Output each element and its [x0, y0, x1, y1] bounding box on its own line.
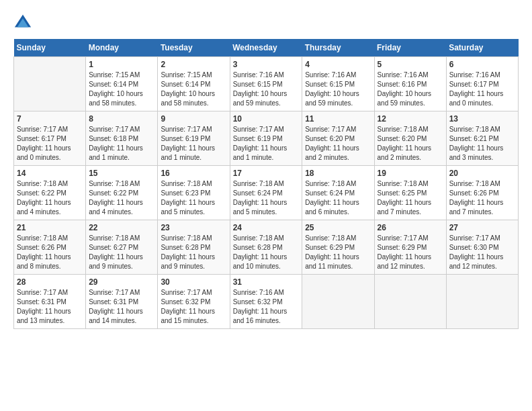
day-info: Sunrise: 7:18 AMSunset: 6:28 PMDaylight:… [233, 234, 300, 271]
day-info: Sunrise: 7:18 AMSunset: 6:29 PMDaylight:… [305, 234, 371, 271]
calendar-header-saturday: Saturday [446, 39, 518, 57]
day-info: Sunrise: 7:18 AMSunset: 6:25 PMDaylight:… [378, 179, 443, 217]
calendar-cell [14, 57, 86, 111]
day-number: 15 [89, 169, 154, 178]
day-info: Sunrise: 7:16 AMSunset: 6:15 PMDaylight:… [305, 71, 371, 108]
calendar-cell: 21Sunrise: 7:18 AMSunset: 6:26 PMDayligh… [14, 220, 86, 275]
day-info: Sunrise: 7:18 AMSunset: 6:24 PMDaylight:… [305, 179, 371, 217]
day-number: 6 [449, 60, 515, 69]
day-number: 11 [305, 114, 371, 124]
calendar-cell: 5Sunrise: 7:16 AMSunset: 6:16 PMDaylight… [374, 57, 446, 111]
day-number: 28 [17, 277, 83, 287]
calendar-cell: 2Sunrise: 7:15 AMSunset: 6:14 PMDaylight… [158, 57, 230, 111]
day-info: Sunrise: 7:18 AMSunset: 6:23 PMDaylight:… [161, 179, 226, 217]
day-info: Sunrise: 7:18 AMSunset: 6:22 PMDaylight:… [17, 179, 83, 217]
day-number: 17 [233, 169, 300, 178]
calendar-cell: 10Sunrise: 7:17 AMSunset: 6:19 PMDayligh… [230, 111, 302, 166]
day-number: 1 [89, 60, 154, 69]
calendar-cell: 16Sunrise: 7:18 AMSunset: 6:23 PMDayligh… [158, 166, 230, 220]
calendar-cell: 6Sunrise: 7:16 AMSunset: 6:17 PMDaylight… [446, 57, 518, 111]
day-info: Sunrise: 7:18 AMSunset: 6:26 PMDaylight:… [449, 179, 515, 217]
logo [13, 13, 35, 32]
calendar-cell: 26Sunrise: 7:17 AMSunset: 6:29 PMDayligh… [374, 220, 446, 275]
day-info: Sunrise: 7:17 AMSunset: 6:20 PMDaylight:… [305, 125, 371, 163]
day-info: Sunrise: 7:17 AMSunset: 6:19 PMDaylight:… [233, 125, 300, 163]
day-number: 4 [305, 60, 371, 69]
day-number: 13 [449, 114, 515, 124]
calendar-header-tuesday: Tuesday [158, 39, 230, 57]
calendar-cell: 12Sunrise: 7:18 AMSunset: 6:20 PMDayligh… [374, 111, 446, 166]
calendar-header-wednesday: Wednesday [230, 39, 302, 57]
logo-icon [13, 13, 32, 32]
calendar-header-row: SundayMondayTuesdayWednesdayThursdayFrid… [14, 39, 519, 57]
day-number: 21 [17, 223, 83, 232]
day-info: Sunrise: 7:17 AMSunset: 6:30 PMDaylight:… [449, 234, 515, 271]
day-info: Sunrise: 7:18 AMSunset: 6:28 PMDaylight:… [161, 234, 226, 271]
calendar-cell: 27Sunrise: 7:17 AMSunset: 6:30 PMDayligh… [446, 220, 518, 275]
calendar-cell: 23Sunrise: 7:18 AMSunset: 6:28 PMDayligh… [158, 220, 230, 275]
day-number: 25 [305, 223, 371, 232]
day-number: 16 [161, 169, 226, 178]
calendar-header-monday: Monday [86, 39, 158, 57]
calendar-cell: 14Sunrise: 7:18 AMSunset: 6:22 PMDayligh… [14, 166, 86, 220]
day-number: 10 [233, 114, 300, 124]
day-number: 14 [17, 169, 83, 178]
day-number: 22 [89, 223, 154, 232]
calendar-cell: 22Sunrise: 7:18 AMSunset: 6:27 PMDayligh… [86, 220, 158, 275]
day-info: Sunrise: 7:17 AMSunset: 6:32 PMDaylight:… [161, 288, 226, 326]
calendar-cell: 20Sunrise: 7:18 AMSunset: 6:26 PMDayligh… [446, 166, 518, 220]
calendar-cell: 30Sunrise: 7:17 AMSunset: 6:32 PMDayligh… [158, 275, 230, 329]
calendar-cell: 9Sunrise: 7:17 AMSunset: 6:19 PMDaylight… [158, 111, 230, 166]
calendar-cell: 15Sunrise: 7:18 AMSunset: 6:22 PMDayligh… [86, 166, 158, 220]
day-info: Sunrise: 7:17 AMSunset: 6:31 PMDaylight:… [17, 288, 83, 326]
calendar: SundayMondayTuesdayWednesdayThursdayFrid… [13, 39, 519, 329]
day-info: Sunrise: 7:17 AMSunset: 6:17 PMDaylight:… [17, 125, 83, 163]
day-info: Sunrise: 7:16 AMSunset: 6:15 PMDaylight:… [233, 71, 300, 108]
calendar-cell: 3Sunrise: 7:16 AMSunset: 6:15 PMDaylight… [230, 57, 302, 111]
day-info: Sunrise: 7:18 AMSunset: 6:21 PMDaylight:… [449, 125, 515, 163]
calendar-cell: 11Sunrise: 7:17 AMSunset: 6:20 PMDayligh… [302, 111, 374, 166]
calendar-cell [446, 275, 518, 329]
day-info: Sunrise: 7:16 AMSunset: 6:16 PMDaylight:… [378, 71, 443, 108]
day-number: 5 [378, 60, 443, 69]
calendar-header-friday: Friday [374, 39, 446, 57]
calendar-week-5: 28Sunrise: 7:17 AMSunset: 6:31 PMDayligh… [14, 275, 519, 329]
calendar-cell: 13Sunrise: 7:18 AMSunset: 6:21 PMDayligh… [446, 111, 518, 166]
day-info: Sunrise: 7:18 AMSunset: 6:22 PMDaylight:… [89, 179, 154, 217]
day-info: Sunrise: 7:18 AMSunset: 6:24 PMDaylight:… [233, 179, 300, 217]
calendar-cell: 29Sunrise: 7:17 AMSunset: 6:31 PMDayligh… [86, 275, 158, 329]
day-number: 23 [161, 223, 226, 232]
day-number: 9 [161, 114, 226, 124]
day-info: Sunrise: 7:18 AMSunset: 6:27 PMDaylight:… [89, 234, 154, 271]
calendar-week-2: 7Sunrise: 7:17 AMSunset: 6:17 PMDaylight… [14, 111, 519, 166]
day-number: 3 [233, 60, 300, 69]
calendar-cell: 28Sunrise: 7:17 AMSunset: 6:31 PMDayligh… [14, 275, 86, 329]
day-info: Sunrise: 7:16 AMSunset: 6:32 PMDaylight:… [233, 288, 300, 326]
calendar-cell: 4Sunrise: 7:16 AMSunset: 6:15 PMDaylight… [302, 57, 374, 111]
calendar-cell: 31Sunrise: 7:16 AMSunset: 6:32 PMDayligh… [230, 275, 302, 329]
calendar-cell: 19Sunrise: 7:18 AMSunset: 6:25 PMDayligh… [374, 166, 446, 220]
calendar-cell: 17Sunrise: 7:18 AMSunset: 6:24 PMDayligh… [230, 166, 302, 220]
day-number: 7 [17, 114, 83, 124]
day-number: 31 [233, 277, 300, 287]
day-info: Sunrise: 7:18 AMSunset: 6:26 PMDaylight:… [17, 234, 83, 271]
day-info: Sunrise: 7:17 AMSunset: 6:18 PMDaylight:… [89, 125, 154, 163]
day-info: Sunrise: 7:15 AMSunset: 6:14 PMDaylight:… [89, 71, 154, 108]
day-number: 24 [233, 223, 300, 232]
day-info: Sunrise: 7:16 AMSunset: 6:17 PMDaylight:… [449, 71, 515, 108]
calendar-cell: 8Sunrise: 7:17 AMSunset: 6:18 PMDaylight… [86, 111, 158, 166]
day-number: 2 [161, 60, 226, 69]
calendar-cell: 24Sunrise: 7:18 AMSunset: 6:28 PMDayligh… [230, 220, 302, 275]
day-number: 30 [161, 277, 226, 287]
calendar-header-thursday: Thursday [302, 39, 374, 57]
calendar-week-3: 14Sunrise: 7:18 AMSunset: 6:22 PMDayligh… [14, 166, 519, 220]
day-info: Sunrise: 7:17 AMSunset: 6:31 PMDaylight:… [89, 288, 154, 326]
day-number: 19 [378, 169, 443, 178]
page-header [13, 13, 519, 32]
day-number: 20 [449, 169, 515, 178]
calendar-week-4: 21Sunrise: 7:18 AMSunset: 6:26 PMDayligh… [14, 220, 519, 275]
calendar-week-1: 1Sunrise: 7:15 AMSunset: 6:14 PMDaylight… [14, 57, 519, 111]
day-number: 18 [305, 169, 371, 178]
day-number: 27 [449, 223, 515, 232]
day-number: 29 [89, 277, 154, 287]
